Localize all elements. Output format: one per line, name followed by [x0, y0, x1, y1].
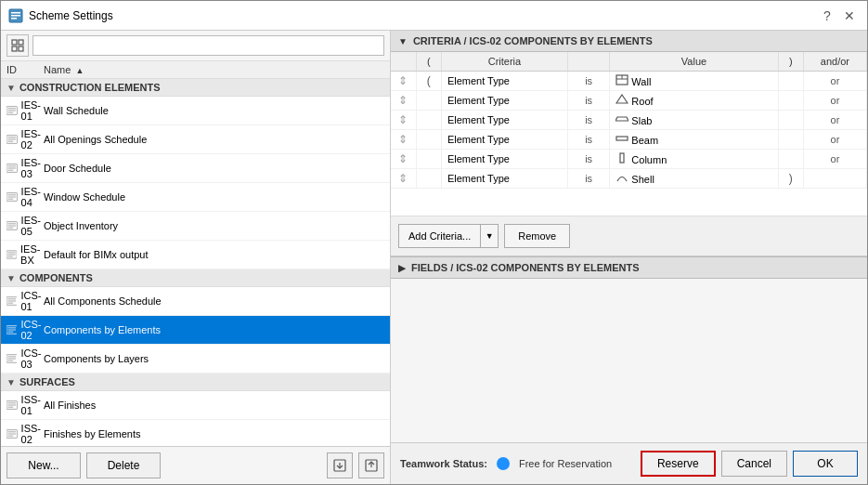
schedule-icon — [6, 220, 18, 231]
criteria-col-header: Criteria — [441, 52, 567, 72]
svg-rect-6 — [12, 46, 17, 51]
group-components[interactable]: ▼ COMPONENTS — [1, 269, 390, 287]
value-cell: Column — [610, 150, 778, 169]
svg-rect-1 — [11, 12, 20, 14]
andor-cell — [803, 169, 866, 189]
criteria-table-wrapper[interactable]: ( Criteria Value ) and/or ⇕ ( Element Ty… — [391, 52, 867, 216]
svg-rect-65 — [616, 137, 628, 140]
criteria-actions: Add Criteria... ▼ Remove — [391, 216, 867, 256]
tree-row[interactable]: ICS-01 All Components Schedule — [1, 287, 390, 316]
sort-arrow: ▲ — [75, 66, 84, 75]
open-paren-cell: ( — [416, 72, 441, 91]
criteria-table-row[interactable]: ⇕ Element Type is Column or — [391, 150, 867, 169]
criteria-cell: Element Type — [441, 72, 567, 91]
schedule-icon — [6, 163, 18, 174]
reserve-button[interactable]: Reserve — [641, 451, 716, 477]
criteria-cell: Element Type — [441, 150, 567, 169]
close-paren-cell — [778, 130, 803, 150]
help-button[interactable]: ? — [817, 6, 837, 26]
tree-row[interactable]: IES-02 All Openings Schedule — [1, 125, 390, 154]
is-cell: is — [567, 72, 609, 91]
value-cell: Wall — [610, 72, 778, 91]
open-paren-cell — [416, 169, 441, 189]
svg-rect-66 — [620, 153, 624, 163]
grid-view-button[interactable] — [6, 34, 29, 57]
tree-row-selected[interactable]: ICS-02 Components by Elements — [1, 316, 390, 345]
schedule-icon — [6, 249, 17, 260]
tree-header: ID Name ▲ — [1, 61, 390, 79]
criteria-cell: Element Type — [441, 91, 567, 111]
tree-row[interactable]: IES-01 Wall Schedule — [1, 97, 390, 125]
close-paren-cell: ) — [778, 169, 803, 189]
remove-button[interactable]: Remove — [504, 224, 570, 248]
drag-handle: ⇕ — [391, 91, 416, 111]
new-button[interactable]: New... — [6, 452, 81, 478]
dialog-body: ID Name ▲ ▼ CONSTRUCTION ELEMENTS — [1, 31, 867, 484]
drag-handle: ⇕ — [391, 150, 416, 169]
status-dot — [497, 457, 510, 470]
tree-row[interactable]: ISS-02 Finishes by Elements — [1, 420, 390, 446]
id-column-header: ID — [6, 64, 44, 75]
andor-col-header: and/or — [803, 52, 866, 72]
group-arrow: ▼ — [6, 377, 16, 387]
name-column-header: Name ▲ — [44, 64, 384, 75]
bottom-buttons: Reserve Cancel OK — [641, 451, 858, 477]
criteria-cell: Element Type — [441, 130, 567, 150]
criteria-table-row[interactable]: ⇕ ( Element Type is Wall or — [391, 72, 867, 91]
cancel-button[interactable]: Cancel — [721, 451, 787, 477]
schedule-icon — [6, 400, 18, 411]
tree-row[interactable]: ISS-01 All Finishes — [1, 391, 390, 420]
schedule-icon — [6, 295, 17, 307]
value-cell: Shell — [610, 169, 778, 189]
import-button[interactable] — [327, 452, 353, 478]
is-cell: is — [567, 91, 609, 111]
title-bar-left: Scheme Settings — [8, 8, 113, 23]
schedule-icon — [6, 428, 18, 439]
criteria-table-row[interactable]: ⇕ Element Type is Shell ) — [391, 169, 867, 189]
schedule-icon — [6, 324, 17, 335]
schedule-icon — [6, 105, 18, 116]
andor-cell: or — [803, 91, 866, 111]
group-arrow: ▼ — [6, 83, 16, 93]
close-paren-cell — [778, 91, 803, 111]
tree-area[interactable]: ▼ CONSTRUCTION ELEMENTS IES-01 Wall Sche… — [1, 79, 390, 446]
group-surfaces[interactable]: ▼ SURFACES — [1, 374, 390, 391]
close-button[interactable]: ✕ — [839, 6, 860, 26]
schedule-icon — [6, 134, 18, 145]
title-bar: Scheme Settings ? ✕ — [1, 1, 867, 31]
left-toolbar — [1, 31, 390, 61]
add-criteria-button[interactable]: Add Criteria... — [398, 224, 480, 248]
search-input[interactable] — [32, 35, 384, 56]
scheme-settings-dialog: Scheme Settings ? ✕ ID — [0, 0, 868, 485]
export-button[interactable] — [358, 452, 384, 478]
svg-rect-4 — [12, 40, 17, 45]
fields-section-header: ▶ FIELDS / ICS-02 COMPONENTS BY ELEMENTS — [391, 256, 867, 279]
is-cell: is — [567, 150, 609, 169]
criteria-table-row[interactable]: ⇕ Element Type is Slab or — [391, 111, 867, 130]
value-col-header: Value — [610, 52, 778, 72]
tree-row[interactable]: ICS-03 Components by Layers — [1, 345, 390, 374]
drag-col-header — [391, 52, 416, 72]
delete-button[interactable]: Delete — [86, 452, 161, 478]
close-paren-cell — [778, 72, 803, 91]
is-col-header — [567, 52, 609, 72]
schedule-icon — [6, 191, 18, 203]
tree-row[interactable]: IES-04 Window Schedule — [1, 183, 390, 212]
open-paren-cell — [416, 91, 441, 111]
ok-button[interactable]: OK — [793, 451, 858, 477]
criteria-table-row[interactable]: ⇕ Element Type is Roof or — [391, 91, 867, 111]
add-criteria-dropdown-arrow[interactable]: ▼ — [480, 224, 499, 248]
tree-row[interactable]: IES-03 Door Schedule — [1, 154, 390, 183]
close-paren-cell — [778, 111, 803, 130]
fields-content-area — [391, 279, 867, 442]
close-paren-cell — [778, 150, 803, 169]
grid-icon — [11, 39, 24, 52]
tree-row[interactable]: IES-BX Default for BIMx output — [1, 241, 390, 269]
left-bottom-bar: New... Delete — [1, 446, 390, 484]
drag-handle: ⇕ — [391, 111, 416, 130]
criteria-table-row[interactable]: ⇕ Element Type is Beam or — [391, 130, 867, 150]
tree-row[interactable]: IES-05 Object Inventory — [1, 212, 390, 241]
criteria-cell: Element Type — [441, 111, 567, 130]
teamwork-status: Teamwork Status: — [400, 458, 487, 469]
group-construction-elements[interactable]: ▼ CONSTRUCTION ELEMENTS — [1, 79, 390, 97]
